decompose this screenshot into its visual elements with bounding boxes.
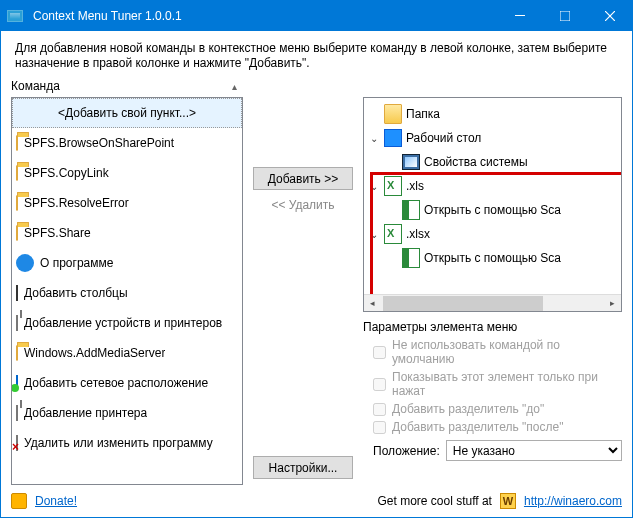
add-button[interactable]: Добавить >> [253, 167, 353, 190]
opt-sep-after-checkbox [373, 421, 386, 434]
middle-column: Добавить >> << Удалить Настройки... [251, 77, 355, 485]
command-item[interactable]: Добавить столбцы [12, 278, 242, 308]
folder-icon [16, 136, 18, 150]
command-list[interactable]: <Добавить свой пункт...>SPFS.BrowseOnSha… [11, 97, 243, 485]
horizontal-scrollbar[interactable]: ◂ ▸ [364, 294, 621, 311]
command-item-label: Удалить или изменить программу [24, 436, 213, 450]
right-column: Папка⌄Рабочий столСвойства системы⌄.xlsО… [363, 77, 622, 485]
opt-sep-before: Добавить разделитель "до" [363, 400, 622, 418]
command-item[interactable]: SPFS.BrowseOnSharePoint [12, 128, 242, 158]
opt-no-default-checkbox [373, 346, 386, 359]
folder-icon [16, 226, 18, 240]
left-header-label: Команда [11, 79, 60, 93]
chevron-down-icon[interactable]: ⌄ [368, 181, 380, 192]
minimize-button[interactable] [497, 1, 542, 31]
main-body: Команда ▴ <Добавить свой пункт...>SPFS.B… [1, 77, 632, 489]
promo-text: Get more cool stuff at [377, 494, 492, 508]
command-item[interactable]: SPFS.ResolveError [12, 188, 242, 218]
settings-button[interactable]: Настройки... [253, 456, 353, 479]
opt-no-default: Не использовать командой по умолчанию [363, 336, 622, 368]
scroll-left-icon[interactable]: ◂ [364, 295, 381, 312]
tree-node-label: Открыть с помощью Sca [424, 203, 561, 217]
close-button[interactable] [587, 1, 632, 31]
donate-link[interactable]: Donate! [35, 494, 77, 508]
monitor-icon [402, 153, 420, 171]
desktop-icon [384, 129, 402, 147]
opt-sep-after: Добавить разделитель "после" [363, 418, 622, 436]
menu-item-params: Параметры элемента меню Не использовать … [363, 318, 622, 463]
scroll-thumb[interactable] [383, 296, 543, 311]
tree-node[interactable]: ⌄.xlsx [368, 222, 621, 246]
winaero-link[interactable]: http://winaero.com [524, 494, 622, 508]
command-item-label: <Добавить свой пункт...> [58, 106, 196, 120]
chevron-down-icon[interactable]: ⌄ [368, 133, 380, 144]
sort-indicator-icon: ▴ [232, 81, 237, 92]
opt-sep-before-checkbox [373, 403, 386, 416]
chevron-down-icon[interactable]: ⌄ [368, 229, 380, 240]
printer-icon [16, 406, 18, 420]
tree-node-label: Свойства системы [424, 155, 528, 169]
tree-node[interactable]: Открыть с помощью Sca [386, 198, 621, 222]
command-item-label: Добавить столбцы [24, 286, 128, 300]
target-tree-container: Папка⌄Рабочий столСвойства системы⌄.xlsО… [363, 97, 622, 312]
tree-node-label: Папка [406, 107, 440, 121]
command-item[interactable]: <Добавить свой пункт...> [12, 98, 242, 128]
info-icon [16, 254, 34, 272]
columns-icon [16, 286, 18, 300]
left-column: Команда ▴ <Добавить свой пункт...>SPFS.B… [11, 77, 243, 485]
del-icon [16, 436, 18, 450]
command-item-label: SPFS.CopyLink [24, 166, 109, 180]
command-item[interactable]: SPFS.Share [12, 218, 242, 248]
svg-rect-0 [515, 15, 525, 16]
tree-node-label: Открыть с помощью Sca [424, 251, 561, 265]
command-item[interactable]: Добавление принтера [12, 398, 242, 428]
opt-show-on-press: Показывать этот элемент только при нажат [363, 368, 622, 400]
folderbig-icon [384, 105, 402, 123]
command-item[interactable]: Удалить или изменить программу [12, 428, 242, 458]
left-column-header[interactable]: Команда ▴ [11, 77, 243, 97]
svg-rect-1 [560, 11, 570, 21]
command-item-label: О программе [40, 256, 113, 270]
scroll-right-icon[interactable]: ▸ [604, 295, 621, 312]
remove-button[interactable]: << Удалить [271, 198, 334, 212]
command-item[interactable]: Windows.AddMediaServer [12, 338, 242, 368]
tree-node-label: Рабочий стол [406, 131, 481, 145]
donate-icon [11, 493, 27, 509]
command-item[interactable]: Добавить сетевое расположение [12, 368, 242, 398]
command-item[interactable]: Добавление устройств и принтеров [12, 308, 242, 338]
titlebar: Context Menu Tuner 1.0.0.1 [1, 1, 632, 31]
position-select[interactable]: Не указано [446, 440, 622, 461]
command-item[interactable]: О программе [12, 248, 242, 278]
target-tree[interactable]: Папка⌄Рабочий столСвойства системы⌄.xlsО… [364, 102, 621, 270]
tree-node[interactable]: ⌄.xls [368, 174, 621, 198]
scalc-icon [402, 249, 420, 267]
command-item[interactable]: SPFS.CopyLink [12, 158, 242, 188]
command-item-label: Добавление принтера [24, 406, 147, 420]
command-item-label: Добавить сетевое расположение [24, 376, 208, 390]
winaero-icon: W [500, 493, 516, 509]
params-header: Параметры элемента меню [363, 318, 622, 336]
position-label: Положение: [373, 444, 440, 458]
command-item-label: SPFS.Share [24, 226, 91, 240]
folder-icon [16, 196, 18, 210]
position-row: Положение: Не указано [363, 438, 622, 463]
net-icon [16, 376, 18, 390]
excel-icon [384, 177, 402, 195]
tree-node[interactable]: ⌄Рабочий стол [368, 126, 621, 150]
tree-node[interactable]: Открыть с помощью Sca [386, 246, 621, 270]
footer: Donate! Get more cool stuff at W http://… [1, 489, 632, 517]
command-item-label: Добавление устройств и принтеров [24, 316, 222, 330]
window-title: Context Menu Tuner 1.0.0.1 [29, 9, 497, 23]
command-item-label: SPFS.ResolveError [24, 196, 129, 210]
scalc-icon [402, 201, 420, 219]
command-item-label: SPFS.BrowseOnSharePoint [24, 136, 174, 150]
tree-node-label: .xls [406, 179, 424, 193]
app-icon [1, 10, 29, 22]
tree-node[interactable]: Свойства системы [386, 150, 621, 174]
tree-node[interactable]: Папка [368, 102, 621, 126]
command-item-label: Windows.AddMediaServer [24, 346, 165, 360]
maximize-button[interactable] [542, 1, 587, 31]
instruction-text: Для добавления новой команды в контекстн… [1, 31, 632, 77]
tree-node-label: .xlsx [406, 227, 430, 241]
folder-icon [16, 166, 18, 180]
